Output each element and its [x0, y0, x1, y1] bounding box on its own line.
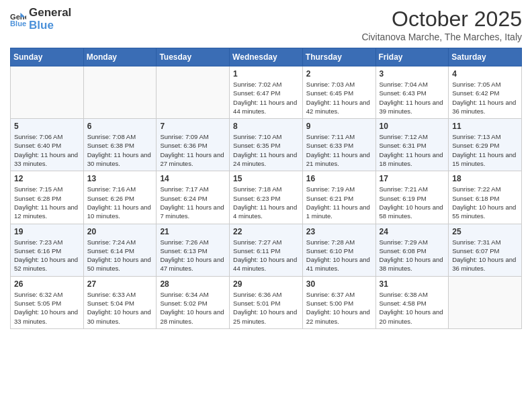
calendar-cell: 13Sunrise: 7:16 AM Sunset: 6:26 PM Dayli… [83, 171, 157, 224]
day-number: 3 [380, 69, 445, 79]
day-number: 2 [306, 69, 372, 79]
calendar-cell: 21Sunrise: 7:26 AM Sunset: 6:13 PM Dayli… [157, 224, 230, 276]
weekday-header-sunday: Sunday [11, 48, 84, 66]
day-number: 11 [452, 122, 518, 131]
title-block: October 2025 Civitanova Marche, The Marc… [361, 7, 522, 42]
day-number: 27 [87, 279, 153, 289]
calendar-cell: 26Sunrise: 6:32 AM Sunset: 5:05 PM Dayli… [11, 276, 84, 328]
calendar-cell: 2Sunrise: 7:03 AM Sunset: 6:45 PM Daylig… [302, 66, 375, 119]
calendar-cell: 10Sunrise: 7:12 AM Sunset: 6:31 PM Dayli… [375, 119, 449, 171]
calendar-cell: 30Sunrise: 6:37 AM Sunset: 5:00 PM Dayli… [302, 276, 375, 328]
day-number: 8 [233, 122, 299, 131]
calendar-cell: 20Sunrise: 7:24 AM Sunset: 6:14 PM Dayli… [83, 224, 157, 276]
day-number: 12 [14, 174, 80, 183]
calendar-cell: 4Sunrise: 7:05 AM Sunset: 6:42 PM Daylig… [449, 66, 522, 119]
day-number: 20 [87, 227, 153, 236]
calendar-cell [449, 276, 522, 328]
calendar-table: SundayMondayTuesdayWednesdayThursdayFrid… [10, 48, 522, 329]
month-title: October 2025 [361, 7, 522, 32]
day-info: Sunrise: 6:32 AM Sunset: 5:05 PM Dayligh… [14, 290, 80, 326]
calendar-week-row: 5Sunrise: 7:06 AM Sunset: 6:40 PM Daylig… [11, 119, 522, 171]
calendar-cell: 27Sunrise: 6:33 AM Sunset: 5:04 PM Dayli… [83, 276, 157, 328]
day-info: Sunrise: 7:31 AM Sunset: 6:07 PM Dayligh… [452, 238, 518, 273]
day-number: 25 [452, 227, 518, 236]
calendar-cell: 29Sunrise: 6:36 AM Sunset: 5:01 PM Dayli… [230, 276, 303, 328]
day-number: 4 [452, 69, 518, 79]
logo-icon: General Blue [10, 11, 26, 28]
weekday-header-friday: Friday [375, 48, 449, 66]
day-info: Sunrise: 7:02 AM Sunset: 6:47 PM Dayligh… [233, 80, 299, 116]
day-info: Sunrise: 7:06 AM Sunset: 6:40 PM Dayligh… [14, 132, 80, 168]
calendar-cell: 5Sunrise: 7:06 AM Sunset: 6:40 PM Daylig… [11, 119, 84, 171]
weekday-header-saturday: Saturday [449, 48, 522, 66]
page: General Blue General Blue October 2025 C… [0, 0, 532, 339]
weekday-header-thursday: Thursday [302, 48, 375, 66]
day-info: Sunrise: 7:09 AM Sunset: 6:36 PM Dayligh… [160, 132, 226, 168]
weekday-header-monday: Monday [83, 48, 157, 66]
day-info: Sunrise: 7:03 AM Sunset: 6:45 PM Dayligh… [306, 80, 372, 116]
weekday-header-row: SundayMondayTuesdayWednesdayThursdayFrid… [11, 48, 522, 66]
day-number: 1 [233, 69, 299, 79]
day-number: 13 [87, 174, 153, 183]
day-number: 22 [233, 227, 299, 236]
day-number: 24 [380, 227, 445, 236]
day-info: Sunrise: 6:33 AM Sunset: 5:04 PM Dayligh… [87, 290, 153, 326]
day-info: Sunrise: 7:21 AM Sunset: 6:19 PM Dayligh… [380, 185, 445, 220]
logo: General Blue General Blue [10, 7, 71, 32]
calendar-cell: 12Sunrise: 7:15 AM Sunset: 6:28 PM Dayli… [11, 171, 84, 224]
calendar-cell: 3Sunrise: 7:04 AM Sunset: 6:43 PM Daylig… [375, 66, 449, 119]
day-info: Sunrise: 6:37 AM Sunset: 5:00 PM Dayligh… [306, 290, 372, 326]
day-number: 17 [380, 174, 445, 183]
day-number: 31 [380, 279, 445, 289]
day-number: 18 [452, 174, 518, 183]
day-number: 10 [380, 122, 445, 131]
day-info: Sunrise: 7:15 AM Sunset: 6:28 PM Dayligh… [14, 185, 80, 220]
day-number: 28 [160, 279, 226, 289]
day-number: 6 [87, 122, 153, 131]
day-number: 9 [306, 122, 372, 131]
weekday-header-wednesday: Wednesday [230, 48, 303, 66]
location: Civitanova Marche, The Marches, Italy [361, 32, 522, 42]
calendar-cell: 25Sunrise: 7:31 AM Sunset: 6:07 PM Dayli… [449, 224, 522, 276]
day-info: Sunrise: 7:05 AM Sunset: 6:42 PM Dayligh… [452, 80, 518, 116]
calendar-cell: 14Sunrise: 7:17 AM Sunset: 6:24 PM Dayli… [157, 171, 230, 224]
calendar-week-row: 1Sunrise: 7:02 AM Sunset: 6:47 PM Daylig… [11, 66, 522, 119]
calendar-week-row: 19Sunrise: 7:23 AM Sunset: 6:16 PM Dayli… [11, 224, 522, 276]
calendar-cell: 15Sunrise: 7:18 AM Sunset: 6:23 PM Dayli… [230, 171, 303, 224]
day-number: 5 [14, 122, 80, 131]
svg-text:Blue: Blue [10, 19, 26, 28]
calendar-cell: 17Sunrise: 7:21 AM Sunset: 6:19 PM Dayli… [375, 171, 449, 224]
logo-blue: Blue [29, 19, 71, 32]
day-info: Sunrise: 7:23 AM Sunset: 6:16 PM Dayligh… [14, 238, 80, 273]
day-info: Sunrise: 7:12 AM Sunset: 6:31 PM Dayligh… [380, 132, 445, 168]
day-info: Sunrise: 6:34 AM Sunset: 5:02 PM Dayligh… [160, 290, 226, 326]
calendar-cell: 7Sunrise: 7:09 AM Sunset: 6:36 PM Daylig… [157, 119, 230, 171]
day-number: 19 [14, 227, 80, 236]
calendar-cell: 9Sunrise: 7:11 AM Sunset: 6:33 PM Daylig… [302, 119, 375, 171]
day-info: Sunrise: 7:22 AM Sunset: 6:18 PM Dayligh… [452, 185, 518, 220]
header: General Blue General Blue October 2025 C… [10, 7, 522, 42]
day-info: Sunrise: 7:28 AM Sunset: 6:10 PM Dayligh… [306, 238, 372, 273]
day-info: Sunrise: 7:19 AM Sunset: 6:21 PM Dayligh… [306, 185, 372, 220]
calendar-week-row: 12Sunrise: 7:15 AM Sunset: 6:28 PM Dayli… [11, 171, 522, 224]
calendar-week-row: 26Sunrise: 6:32 AM Sunset: 5:05 PM Dayli… [11, 276, 522, 328]
day-number: 23 [306, 227, 372, 236]
day-info: Sunrise: 7:24 AM Sunset: 6:14 PM Dayligh… [87, 238, 153, 273]
calendar-cell: 11Sunrise: 7:13 AM Sunset: 6:29 PM Dayli… [449, 119, 522, 171]
day-info: Sunrise: 7:29 AM Sunset: 6:08 PM Dayligh… [380, 238, 445, 273]
day-number: 30 [306, 279, 372, 289]
calendar-cell [157, 66, 230, 119]
day-number: 26 [14, 279, 80, 289]
day-info: Sunrise: 7:17 AM Sunset: 6:24 PM Dayligh… [160, 185, 226, 220]
day-info: Sunrise: 7:08 AM Sunset: 6:38 PM Dayligh… [87, 132, 153, 168]
day-info: Sunrise: 7:13 AM Sunset: 6:29 PM Dayligh… [452, 132, 518, 168]
calendar-cell: 8Sunrise: 7:10 AM Sunset: 6:35 PM Daylig… [230, 119, 303, 171]
day-info: Sunrise: 7:11 AM Sunset: 6:33 PM Dayligh… [306, 132, 372, 168]
day-info: Sunrise: 7:18 AM Sunset: 6:23 PM Dayligh… [233, 185, 299, 220]
day-info: Sunrise: 7:27 AM Sunset: 6:11 PM Dayligh… [233, 238, 299, 273]
calendar-cell: 16Sunrise: 7:19 AM Sunset: 6:21 PM Dayli… [302, 171, 375, 224]
day-number: 29 [233, 279, 299, 289]
weekday-header-tuesday: Tuesday [157, 48, 230, 66]
calendar-cell: 6Sunrise: 7:08 AM Sunset: 6:38 PM Daylig… [83, 119, 157, 171]
day-number: 14 [160, 174, 226, 183]
